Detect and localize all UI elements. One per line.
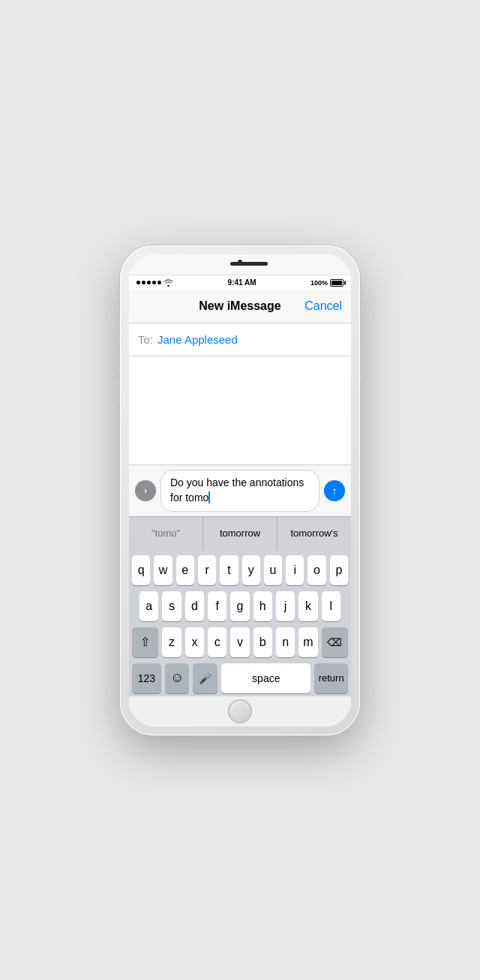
- battery-icon: [330, 279, 344, 287]
- phone-top-notch: [129, 254, 351, 275]
- message-input[interactable]: Do you have the annotations for tomo: [160, 470, 320, 511]
- chevron-right-icon: ›: [144, 485, 147, 496]
- key-v[interactable]: v: [230, 627, 249, 657]
- expand-button[interactable]: ›: [135, 480, 156, 501]
- key-u[interactable]: u: [264, 555, 282, 585]
- to-field[interactable]: To: Jane Appleseed: [129, 323, 351, 356]
- microphone-key[interactable]: 🎤: [193, 663, 218, 693]
- keyboard-row-3: ⇧ z x c v b n m ⌫: [132, 627, 348, 657]
- key-f[interactable]: f: [208, 591, 226, 621]
- numbers-key[interactable]: 123: [132, 663, 161, 693]
- autocomplete-item-0[interactable]: "tomo": [129, 517, 203, 549]
- key-j[interactable]: j: [276, 591, 295, 621]
- home-button[interactable]: [228, 699, 252, 723]
- key-m[interactable]: m: [298, 627, 317, 657]
- to-label: To:: [138, 333, 153, 346]
- key-o[interactable]: o: [308, 555, 326, 585]
- text-cursor: [208, 492, 210, 504]
- key-e[interactable]: e: [176, 555, 194, 585]
- key-h[interactable]: h: [254, 591, 272, 621]
- message-text: Do you have the annotations for tomo: [170, 476, 304, 504]
- cancel-button[interactable]: Cancel: [304, 299, 342, 313]
- autocomplete-bar: "tomo" tomorrow tomorrow's: [129, 516, 351, 549]
- signal-bars: [136, 281, 161, 284]
- key-q[interactable]: q: [132, 555, 150, 585]
- key-d[interactable]: d: [185, 591, 204, 621]
- speaker-grill: [230, 262, 268, 266]
- key-t[interactable]: t: [220, 555, 238, 585]
- key-l[interactable]: l: [322, 591, 340, 621]
- send-arrow-icon: ↑: [332, 485, 338, 496]
- key-g[interactable]: g: [230, 591, 249, 621]
- shift-key[interactable]: ⇧: [132, 627, 158, 657]
- autocomplete-item-1[interactable]: tomorrow: [203, 517, 278, 549]
- return-key[interactable]: return: [314, 663, 348, 693]
- keyboard: q w e r t y u i o p a s d f g h j k: [129, 549, 351, 696]
- key-y[interactable]: y: [242, 555, 260, 585]
- key-b[interactable]: b: [254, 627, 272, 657]
- battery-fill: [332, 281, 342, 285]
- recipient-name: Jane Appleseed: [158, 333, 238, 346]
- key-i[interactable]: i: [286, 555, 304, 585]
- message-area: [129, 356, 351, 465]
- key-r[interactable]: r: [198, 555, 216, 585]
- key-n[interactable]: n: [276, 627, 295, 657]
- status-time: 9:41 AM: [227, 278, 256, 287]
- send-button[interactable]: ↑: [324, 480, 345, 501]
- navigation-bar: New iMessage Cancel: [129, 290, 351, 323]
- key-a[interactable]: a: [140, 591, 158, 621]
- input-row: › Do you have the annotations for tomo ↑: [129, 464, 351, 516]
- keyboard-row-4: 123 ☺ 🎤 space return: [132, 663, 348, 693]
- wifi-icon: [164, 279, 173, 287]
- key-z[interactable]: z: [162, 627, 181, 657]
- keyboard-row-2: a s d f g h j k l: [132, 591, 348, 621]
- key-s[interactable]: s: [162, 591, 181, 621]
- autocomplete-label-2: tomorrow's: [290, 528, 338, 539]
- autocomplete-label-1: tomorrow: [220, 528, 260, 539]
- phone-screen: 9:41 AM 100% New iMessage Cancel To: Jan…: [129, 254, 351, 726]
- status-left: [136, 279, 173, 287]
- key-x[interactable]: x: [185, 627, 204, 657]
- space-key[interactable]: space: [221, 663, 310, 693]
- status-bar: 9:41 AM 100%: [129, 275, 351, 290]
- nav-title: New iMessage: [199, 299, 280, 313]
- key-k[interactable]: k: [298, 591, 317, 621]
- key-c[interactable]: c: [208, 627, 226, 657]
- phone-frame: 9:41 AM 100% New iMessage Cancel To: Jan…: [120, 245, 360, 735]
- battery-text: 100%: [310, 279, 328, 287]
- home-button-area: [129, 696, 351, 726]
- status-right: 100%: [310, 279, 344, 287]
- backspace-key[interactable]: ⌫: [322, 627, 348, 657]
- key-w[interactable]: w: [154, 555, 172, 585]
- keyboard-row-1: q w e r t y u i o p: [132, 555, 348, 585]
- autocomplete-label-0: "tomo": [152, 528, 180, 539]
- autocomplete-item-2[interactable]: tomorrow's: [278, 517, 351, 549]
- emoji-key[interactable]: ☺: [165, 663, 190, 693]
- key-p[interactable]: p: [330, 555, 348, 585]
